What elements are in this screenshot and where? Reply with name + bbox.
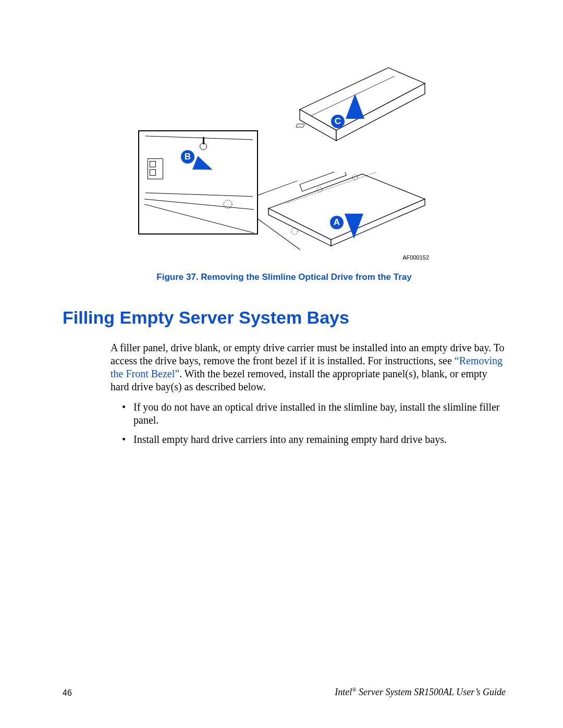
figure-block: C A — [112, 63, 456, 282]
svg-rect-4 — [296, 124, 304, 127]
list-item: Install empty hard drive carriers into a… — [122, 433, 506, 446]
list-item: If you do not have an optical drive inst… — [122, 401, 506, 427]
figure-caption: Figure 37. Removing the Slimline Optical… — [112, 272, 456, 282]
bullet-list: If you do not have an optical drive inst… — [122, 401, 506, 446]
svg-point-12 — [291, 228, 298, 235]
callout-c: C — [331, 115, 345, 128]
section-heading: Filling Empty Server System Bays — [63, 307, 506, 328]
figure-code: AF000152 — [402, 254, 429, 261]
technical-diagram: C A — [138, 63, 430, 261]
brand-name: Intel — [335, 687, 352, 697]
guide-rest: Server System SR1500AL User’s Guide — [357, 687, 506, 697]
svg-line-15 — [144, 204, 254, 233]
paragraph: A filler panel, drive blank, or empty dr… — [111, 341, 506, 393]
arrow-down-icon — [345, 214, 363, 239]
svg-line-14 — [144, 199, 254, 209]
page-number: 46 — [63, 688, 72, 698]
callout-a: A — [330, 216, 344, 229]
page-footer: 46 Intel® Server System SR1500AL User’s … — [63, 686, 506, 698]
arrow-up-icon — [346, 94, 364, 119]
registered-mark: ® — [352, 686, 356, 693]
detail-inset-box — [138, 130, 258, 235]
para-text: A filler panel, drive blank, or empty dr… — [111, 342, 505, 366]
body-text: A filler panel, drive blank, or empty dr… — [111, 341, 506, 446]
guide-title: Intel® Server System SR1500AL User’s Gui… — [335, 686, 506, 698]
callout-b: B — [181, 150, 194, 164]
